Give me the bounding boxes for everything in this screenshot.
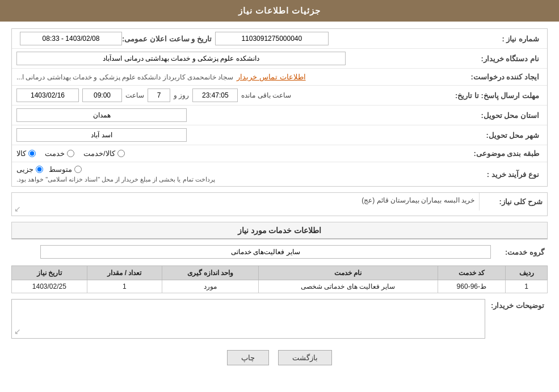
days-input[interactable] <box>148 88 170 102</box>
services-section-title: اطلاعات خدمات مورد نیاز <box>11 222 548 239</box>
row-need-number: شماره نیاز : تاریخ و ساعت اعلان عمومی: <box>12 29 547 49</box>
announcement-input[interactable] <box>20 32 122 45</box>
need-number-value-col <box>215 32 463 45</box>
announcement-label: تاریخ و ساعت اعلان عمومی: <box>122 35 215 43</box>
type-partial: جزیی <box>16 165 43 174</box>
desc-value-col: خرید البسه بیماران بیمارستان قائم (عج) ↙ <box>12 193 479 216</box>
label-kala: کالا <box>16 149 26 158</box>
buyer-desc-box[interactable]: ↙ <box>11 299 485 339</box>
creator-name: سجاد خانمحمدی کاربرداز دانشکده علوم پزشک… <box>16 73 233 81</box>
desc-value: خرید البسه بیماران بیمارستان قائم (عج) <box>16 196 474 204</box>
cell-row-num: 1 <box>506 280 548 293</box>
remaining-input[interactable] <box>192 88 238 102</box>
creator-value-col: اطلاعات تماس خریدار سجاد خانمحمدی کاربرد… <box>16 73 463 81</box>
cell-unit: مورد <box>162 280 259 293</box>
deadline-label: مهلت ارسال پاسخ: تا تاریخ: <box>455 91 543 100</box>
row-city: شهر محل تحویل: <box>12 125 547 145</box>
row-deadline: مهلت ارسال پاسخ: تا تاریخ: ساعت باقی مان… <box>12 86 547 106</box>
category-label: طبقه بندی موضوعی: <box>463 149 543 158</box>
category-radio-group: کالا/خدمت خدمت کالا <box>16 149 125 158</box>
cell-code: ط-96-960 <box>438 280 505 293</box>
th-row-num: ردیف <box>506 266 548 280</box>
back-button[interactable]: بازگشت <box>278 350 332 365</box>
main-info-section: شماره نیاز : تاریخ و ساعت اعلان عمومی: ن… <box>11 28 548 187</box>
city-input[interactable] <box>16 128 187 142</box>
purchase-type-radio-group: متوسط جزیی <box>16 165 82 174</box>
category-value-col: کالا/خدمت خدمت کالا <box>16 149 463 158</box>
announcement-value-col <box>20 32 122 45</box>
cell-qty: 1 <box>87 280 162 293</box>
radio-khidmat[interactable] <box>67 150 74 157</box>
table-row: 1 ط-96-960 سایر فعالیت های خدماتی شخصی م… <box>12 280 548 293</box>
label-kala-khidmat: کالا/خدمت <box>83 149 115 158</box>
time-input[interactable] <box>82 88 122 102</box>
time-label: ساعت <box>125 91 144 99</box>
page-header: جزئیات اطلاعات نیاز <box>0 0 559 22</box>
row-buyer-org: نام دستگاه خریدار: <box>12 49 547 69</box>
label-khidmat: خدمت <box>45 149 65 158</box>
radio-medium[interactable] <box>74 166 82 173</box>
row-purchase-type: نوع فرآیند خرید : متوسط جزیی پرداخت تمام… <box>12 162 547 186</box>
category-kala-khidmat: کالا/خدمت <box>83 149 125 158</box>
radio-kala[interactable] <box>28 150 36 157</box>
desc-section: شرح کلی نیاز: خرید البسه بیماران بیمارست… <box>11 192 548 216</box>
row-creator: ایجاد کننده درخواست: اطلاعات تماس خریدار… <box>12 69 547 86</box>
page-wrapper: جزئیات اطلاعات نیاز شماره نیاز : تاریخ و… <box>0 0 559 392</box>
items-table: ردیف کد خدمت نام خدمت واحد اندازه گیری ت… <box>11 265 548 293</box>
content-area: شماره نیاز : تاریخ و ساعت اعلان عمومی: ن… <box>0 22 559 380</box>
purchase-type-col: متوسط جزیی پرداخت تمام یا بخشی از مبلغ خ… <box>16 165 463 183</box>
need-number-label: شماره نیاز : <box>463 35 543 43</box>
th-code: کد خدمت <box>438 266 505 280</box>
province-input[interactable] <box>16 108 187 122</box>
province-value-col <box>16 108 463 122</box>
category-kala: کالا <box>16 149 36 158</box>
service-group-row: گروه خدمت: <box>11 243 548 261</box>
desc-label: شرح کلی نیاز: <box>479 193 547 210</box>
service-group-input[interactable] <box>40 245 491 259</box>
deadline-value-col: ساعت باقی مانده روز و ساعت <box>16 88 455 102</box>
th-date: تاریخ نیاز <box>12 266 87 280</box>
row-province: استان محل تحویل: <box>12 106 547 125</box>
creator-label: ایجاد کننده درخواست: <box>463 73 543 81</box>
buyer-desc-row: توضیحات خریدار: ↙ <box>11 299 548 339</box>
purchase-type-label: نوع فرآیند خرید : <box>463 170 543 179</box>
creator-link[interactable]: اطلاعات تماس خریدار <box>237 73 305 81</box>
th-unit: واحد اندازه گیری <box>162 266 259 280</box>
province-label: استان محل تحویل: <box>463 111 543 120</box>
remaining-label: ساعت باقی مانده <box>241 91 291 99</box>
radio-kala-khidmat[interactable] <box>117 150 125 157</box>
category-khidmat: خدمت <box>45 149 74 158</box>
cell-date: 1403/02/25 <box>12 280 87 293</box>
th-qty: تعداد / مقدار <box>87 266 162 280</box>
buyer-desc-label: توضیحات خریدار: <box>485 299 548 310</box>
label-partial: جزیی <box>16 165 33 174</box>
service-group-value-col <box>11 245 491 259</box>
label-medium: متوسط <box>49 165 72 174</box>
row-category: طبقه بندی موضوعی: کالا/خدمت خدمت <box>12 145 547 162</box>
buyer-org-input[interactable] <box>16 52 346 65</box>
th-name: نام خدمت <box>259 266 438 280</box>
date-input[interactable] <box>16 88 79 102</box>
type-medium: متوسط <box>49 165 82 174</box>
purchase-notice: پرداخت تمام یا بخشی از مبلغ خریدار از مح… <box>16 176 215 183</box>
buyer-org-value-col <box>16 52 463 65</box>
need-number-input[interactable] <box>215 32 329 45</box>
city-value-col <box>16 128 463 142</box>
service-group-label: گروه خدمت: <box>491 248 548 256</box>
print-button[interactable]: چاپ <box>227 350 269 365</box>
radio-partial[interactable] <box>36 166 43 173</box>
table-header-row: ردیف کد خدمت نام خدمت واحد اندازه گیری ت… <box>12 266 548 280</box>
page-title: جزئیات اطلاعات نیاز <box>238 6 321 15</box>
desc-resize-icon: ↙ <box>14 327 21 336</box>
cell-name: سایر فعالیت های خدماتی شخصی <box>259 280 438 293</box>
buttons-row: بازگشت چاپ <box>11 344 548 369</box>
buyer-org-label: نام دستگاه خریدار: <box>463 54 543 63</box>
city-label: شهر محل تحویل: <box>463 131 543 140</box>
days-label: روز و <box>174 91 189 99</box>
resize-icon: ↙ <box>14 204 21 213</box>
